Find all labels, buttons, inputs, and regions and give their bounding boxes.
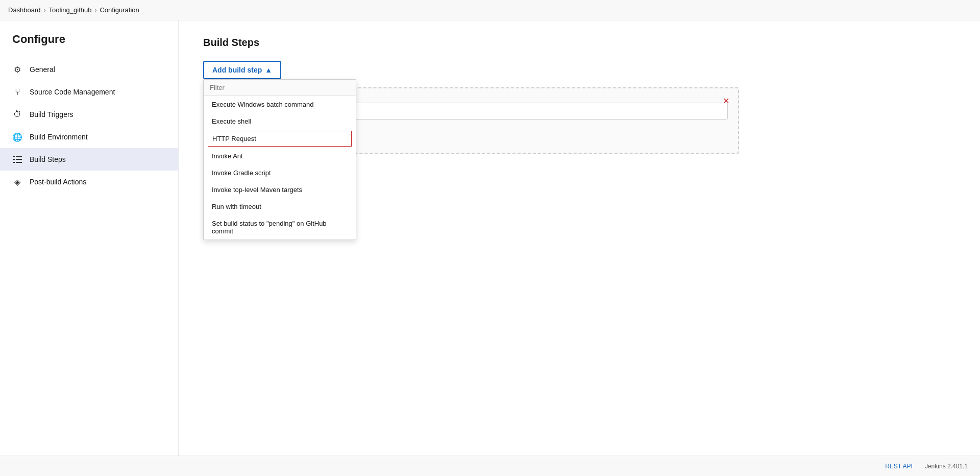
chevron-up-icon: ▲ [265,66,272,74]
dropdown-item-invoke-gradle[interactable]: Invoke Gradle script [204,164,356,181]
branch-icon: ⑂ [12,87,22,97]
sidebar-item-build-environment[interactable]: 🌐 Build Environment [0,126,178,148]
sidebar-item-build-triggers[interactable]: ⏱ Build Triggers [0,103,178,126]
main-layout: Configure ⚙ General ⑂ Source Code Manage… [0,20,980,456]
breadcrumb-tooling[interactable]: Tooling_github [49,6,92,14]
dropdown-item-execute-shell[interactable]: Execute shell [204,113,356,130]
list-icon [12,154,22,164]
rest-api-label[interactable]: REST API [885,463,913,470]
sidebar-item-source-code-label: Source Code Management [30,88,115,96]
dropdown-item-run-timeout[interactable]: Run with timeout [204,198,356,215]
footer: REST API Jenkins 2.401.1 [0,456,980,476]
breadcrumb-current: Configuration [100,6,139,14]
sidebar-item-source-code[interactable]: ⑂ Source Code Management [0,81,178,103]
sidebar-item-build-triggers-label: Build Triggers [30,110,74,118]
add-build-step-button[interactable]: Add build step ▲ [203,61,281,79]
svg-rect-0 [13,156,15,157]
breadcrumb-sep-2: › [94,7,96,14]
build-step-dropdown: Execute Windows batch command Execute sh… [203,79,356,240]
sidebar-item-post-build-label: Post-build Actions [30,178,86,186]
svg-rect-2 [13,159,15,160]
breadcrumb-sep-1: › [44,7,46,14]
sidebar-item-general-label: General [30,65,55,74]
globe-icon: 🌐 [12,132,22,142]
sidebar-item-post-build[interactable]: ◈ Post-build Actions [0,171,178,193]
clock-icon: ⏱ [12,109,22,120]
breadcrumb-dashboard[interactable]: Dashboard [8,6,41,14]
close-icon: ✕ [723,96,729,106]
sidebar-item-build-steps-label: Build Steps [30,155,66,163]
sidebar-item-general[interactable]: ⚙ General [0,58,178,81]
jenkins-version-label: Jenkins 2.401.1 [925,463,968,470]
diamond-icon: ◈ [12,177,22,187]
dropdown-filter-input[interactable] [204,80,356,96]
content-area: Build Steps Add build step ▲ Execute Win… [179,20,980,456]
build-step-close-button[interactable]: ✕ [720,94,732,107]
breadcrumb-bar: Dashboard › Tooling_github › Configurati… [0,0,980,20]
svg-rect-4 [13,162,15,163]
sidebar-item-build-environment-label: Build Environment [30,133,88,141]
gear-icon: ⚙ [12,64,22,75]
add-build-step-label: Add build step [212,66,262,74]
sidebar-title: Configure [0,33,178,58]
add-build-step-container: Add build step ▲ Execute Windows batch c… [203,61,281,79]
dropdown-item-http-request[interactable]: HTTP Request [208,131,352,147]
sidebar-item-build-steps[interactable]: Build Steps [0,148,178,171]
dropdown-item-execute-windows[interactable]: Execute Windows batch command [204,96,356,113]
svg-rect-5 [16,162,22,163]
dropdown-item-set-build-status[interactable]: Set build status to "pending" on GitHub … [204,215,356,240]
svg-rect-1 [16,156,22,157]
dropdown-item-invoke-maven[interactable]: Invoke top-level Maven targets [204,181,356,198]
dropdown-item-invoke-ant[interactable]: Invoke Ant [204,148,356,164]
svg-rect-3 [16,159,22,160]
sidebar: Configure ⚙ General ⑂ Source Code Manage… [0,20,179,456]
section-title: Build Steps [203,37,955,49]
